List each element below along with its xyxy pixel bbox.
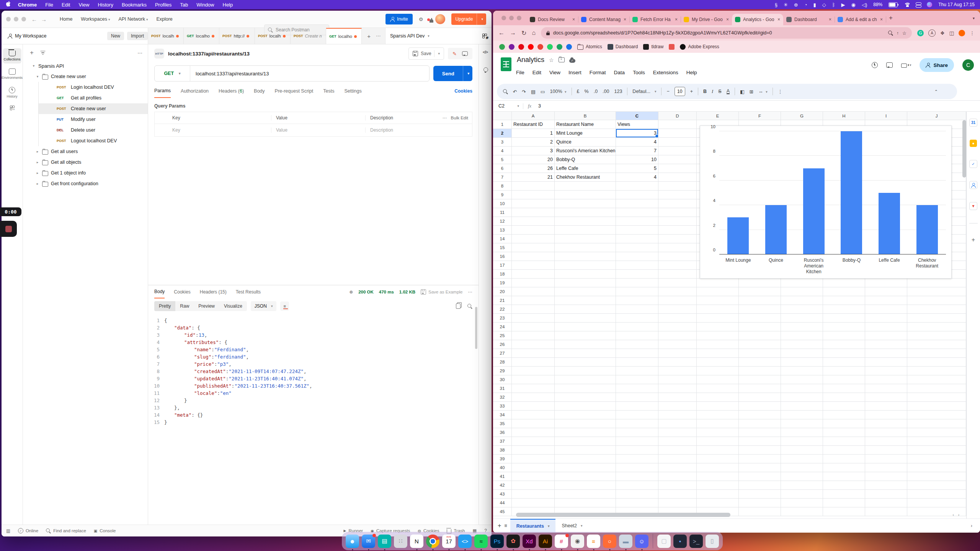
settings-gear-icon[interactable]: ⚙ bbox=[419, 16, 423, 22]
keep-panel-icon[interactable]: ● bbox=[970, 140, 977, 147]
row-header-3[interactable]: 3 bbox=[493, 138, 512, 147]
cell-H24[interactable] bbox=[823, 323, 865, 331]
cell-J32[interactable] bbox=[907, 393, 966, 402]
cell-B42[interactable] bbox=[555, 481, 616, 490]
response-section-tab[interactable]: Cookies bbox=[174, 285, 190, 298]
chart-bar-2[interactable] bbox=[765, 205, 787, 254]
cell-E43[interactable] bbox=[697, 490, 739, 499]
cell-F44[interactable] bbox=[739, 499, 781, 507]
cell-J27[interactable] bbox=[907, 349, 966, 358]
row-header-31[interactable]: 31 bbox=[493, 384, 512, 393]
cell-B1[interactable]: Restaurant Name bbox=[555, 120, 616, 129]
cell-D27[interactable] bbox=[658, 349, 697, 358]
font-size-input[interactable]: 10 bbox=[675, 87, 685, 96]
request-tab[interactable]: POSTCreate n bbox=[291, 28, 326, 44]
cell-I22[interactable] bbox=[865, 305, 907, 314]
cell-B5[interactable]: Bobby-Q bbox=[555, 155, 616, 164]
cell-C32[interactable] bbox=[616, 393, 658, 402]
cell-A42[interactable] bbox=[512, 481, 555, 490]
cell-C11[interactable] bbox=[616, 208, 658, 217]
column-header-A[interactable]: A bbox=[512, 112, 555, 120]
redo-icon[interactable]: ↷ bbox=[522, 89, 526, 95]
cell-A8[interactable] bbox=[512, 182, 555, 191]
comment-icon[interactable] bbox=[462, 51, 468, 56]
cell-C16[interactable] bbox=[616, 252, 658, 261]
google-sheets-icon[interactable] bbox=[501, 57, 511, 71]
cell-H27[interactable] bbox=[823, 349, 865, 358]
cell-C10[interactable] bbox=[616, 199, 658, 208]
cell-C33[interactable] bbox=[616, 402, 658, 411]
cell-J28[interactable] bbox=[907, 358, 966, 367]
cell-A26[interactable] bbox=[512, 340, 555, 349]
collection-request[interactable]: POSTCreate new user bbox=[38, 103, 148, 114]
bulk-edit-button[interactable]: Bulk Edit bbox=[451, 116, 468, 120]
cell-F20[interactable] bbox=[739, 287, 781, 296]
row-header-42[interactable]: 42 bbox=[493, 481, 512, 490]
cell-I19[interactable] bbox=[865, 279, 907, 287]
cell-C34[interactable] bbox=[616, 411, 658, 419]
cell-C35[interactable] bbox=[616, 419, 658, 428]
cell-I25[interactable] bbox=[865, 331, 907, 340]
request-tab[interactable]: POSThttp:// bbox=[219, 28, 255, 44]
cell-G32[interactable] bbox=[781, 393, 823, 402]
all-sheets-icon[interactable]: ≡ bbox=[504, 523, 507, 528]
cell-C39[interactable] bbox=[616, 455, 658, 463]
cell-B12[interactable] bbox=[555, 217, 616, 226]
bookmark-favicon[interactable] bbox=[547, 44, 553, 50]
cell-D43[interactable] bbox=[658, 490, 697, 499]
cell-C20[interactable] bbox=[616, 287, 658, 296]
row-header-15[interactable]: 15 bbox=[493, 243, 512, 252]
cell-A31[interactable] bbox=[512, 384, 555, 393]
bookmark-adobe-express[interactable]: Adobe Express bbox=[680, 44, 719, 50]
cell-I34[interactable] bbox=[865, 411, 907, 419]
grammarly-extension-icon[interactable]: G bbox=[917, 30, 924, 36]
cell-C26[interactable] bbox=[616, 340, 658, 349]
row-header-30[interactable]: 30 bbox=[493, 375, 512, 384]
cell-A15[interactable] bbox=[512, 243, 555, 252]
cell-I45[interactable] bbox=[865, 507, 907, 516]
cell-B3[interactable]: Quince bbox=[555, 138, 616, 147]
cell-D6[interactable] bbox=[658, 164, 697, 173]
row-header-13[interactable]: 13 bbox=[493, 226, 512, 235]
request-section-tab[interactable]: Body bbox=[254, 84, 265, 98]
dock-calendar[interactable]: AUG17 bbox=[442, 535, 456, 548]
cell-H40[interactable] bbox=[823, 463, 865, 472]
cell-E28[interactable] bbox=[697, 358, 739, 367]
cell-F26[interactable] bbox=[739, 340, 781, 349]
dock-minimized-window-1[interactable]: ▪ bbox=[673, 535, 687, 548]
chart-bar-5[interactable] bbox=[879, 193, 900, 254]
cell-C29[interactable] bbox=[616, 367, 658, 375]
collection-request[interactable]: DELDelete user bbox=[38, 125, 148, 135]
dock-mail[interactable]: ✉ bbox=[362, 535, 375, 548]
cell-E20[interactable] bbox=[697, 287, 739, 296]
cell-G21[interactable] bbox=[781, 296, 823, 305]
cell-D40[interactable] bbox=[658, 463, 697, 472]
cell-A44[interactable] bbox=[512, 499, 555, 507]
cell-C44[interactable] bbox=[616, 499, 658, 507]
cell-G45[interactable] bbox=[781, 507, 823, 516]
name-box[interactable]: C2▾ bbox=[493, 103, 523, 109]
column-header-D[interactable]: D bbox=[658, 112, 697, 120]
scroll-arrows[interactable]: ‹ › bbox=[953, 513, 961, 517]
undo-icon[interactable]: ↶ bbox=[513, 89, 517, 95]
print-icon[interactable]: ▤ bbox=[531, 89, 536, 95]
cell-C40[interactable] bbox=[616, 463, 658, 472]
cell-J24[interactable] bbox=[907, 323, 966, 331]
cell-F28[interactable] bbox=[739, 358, 781, 367]
method-selector[interactable]: GET▾ bbox=[155, 66, 190, 81]
request-tab[interactable]: GETlocalho bbox=[326, 28, 362, 44]
cell-H33[interactable] bbox=[823, 402, 865, 411]
dock-downloads-file[interactable]: ▢ bbox=[657, 535, 671, 548]
row-header-18[interactable]: 18 bbox=[493, 270, 512, 279]
cell-C17[interactable] bbox=[616, 261, 658, 270]
cell-A24[interactable] bbox=[512, 323, 555, 331]
row-header-24[interactable]: 24 bbox=[493, 323, 512, 331]
cell-F24[interactable] bbox=[739, 323, 781, 331]
cell-G19[interactable] bbox=[781, 279, 823, 287]
cell-B7[interactable]: Chekhov Restaurant bbox=[555, 173, 616, 182]
cell-C31[interactable] bbox=[616, 384, 658, 393]
dock-launchpad[interactable]: ∷ bbox=[394, 535, 407, 548]
cell-I32[interactable] bbox=[865, 393, 907, 402]
cell-B36[interactable] bbox=[555, 428, 616, 437]
cell-F19[interactable] bbox=[739, 279, 781, 287]
